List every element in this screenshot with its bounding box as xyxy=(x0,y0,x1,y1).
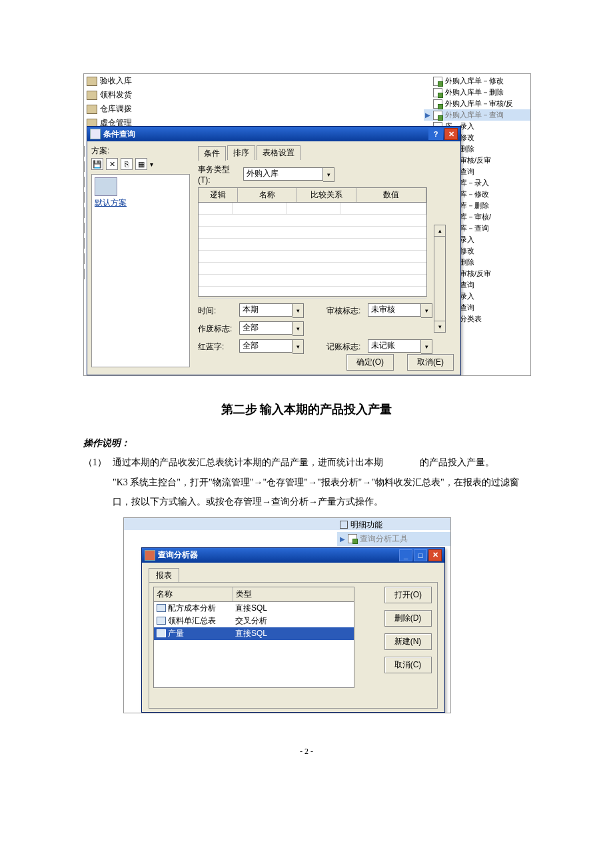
time-label: 时间: xyxy=(198,305,235,317)
right-sidebar-item[interactable]: 外购入库单－删除 xyxy=(424,87,530,98)
right-sidebar-item[interactable]: ▶外购入库单－查询 xyxy=(424,109,530,121)
grid-header: 比较关系 xyxy=(297,188,356,202)
dialog-title: 查询分析器 xyxy=(158,549,198,561)
dropdown-icon[interactable]: ▾ xyxy=(421,303,432,318)
tab-grid-settings[interactable]: 表格设置 xyxy=(257,145,301,160)
screenshot-2: 明细功能 ▶ 查询分析工具 查询分析器 _ □ ✕ 报表 xyxy=(123,517,451,713)
right-sidebar-item[interactable]: 外购入库单－修改 xyxy=(424,75,530,87)
open-button[interactable]: 打开(O) xyxy=(384,587,432,603)
minimize-button[interactable]: _ xyxy=(399,549,412,561)
query-analyzer-dialog: 查询分析器 _ □ ✕ 报表 名称 类型 配方成本分析直接SQL领料单汇总表交叉… xyxy=(141,547,445,713)
row-icon xyxy=(157,629,166,637)
time-value: 本期 xyxy=(239,303,293,317)
ok-button[interactable]: 确定(O) xyxy=(346,354,394,371)
color-combo[interactable]: 全部▾ xyxy=(239,339,304,354)
folder-icon xyxy=(87,91,97,100)
sidebar-item[interactable]: 领料发货 xyxy=(84,88,217,102)
void-label: 作废标志: xyxy=(198,323,235,335)
scheme-label: 方案: xyxy=(91,145,191,157)
post-combo[interactable]: 未记账▾ xyxy=(368,339,432,354)
help-button[interactable]: ? xyxy=(428,128,443,140)
titlebar[interactable]: 条件查询 ? ✕ xyxy=(87,127,460,141)
cancel-button[interactable]: 取消(E) xyxy=(407,354,454,371)
scheme-list[interactable]: 默认方案 xyxy=(91,174,190,367)
step-heading: 第二步 输入本期的产品投入产量 xyxy=(83,401,530,417)
feature-item[interactable]: 明细功能 xyxy=(337,518,450,532)
audit-combo[interactable]: 未审核▾ xyxy=(368,303,432,318)
default-scheme[interactable]: 默认方案 xyxy=(95,197,187,209)
close-button[interactable]: ✕ xyxy=(428,549,442,561)
cancel-button[interactable]: 取消(C) xyxy=(384,657,432,673)
sidebar-label: 领料发货 xyxy=(100,89,132,101)
box-icon xyxy=(340,521,348,529)
delete-button[interactable]: 删除(D) xyxy=(384,610,432,627)
vertical-scrollbar[interactable]: ▴ ▾ xyxy=(434,225,446,333)
dropdown-icon[interactable]: ▾ xyxy=(323,167,334,182)
biz-type-label: 事务类型(T): xyxy=(198,164,241,185)
scroll-down-icon[interactable]: ▾ xyxy=(434,321,445,332)
arrow-icon: ▶ xyxy=(340,535,345,543)
list-row[interactable]: 产量直接SQL xyxy=(154,627,354,640)
condition-grid[interactable]: 逻辑 名称 比较关系 数值 xyxy=(198,187,427,297)
row-name: 配方成本分析 xyxy=(168,603,216,614)
biz-type-value: 外购入库 xyxy=(243,167,323,181)
right-sidebar-label: 外购入库单－删除 xyxy=(445,87,504,97)
audit-value: 未审核 xyxy=(368,303,421,317)
list-row[interactable]: 领料单汇总表交叉分析 xyxy=(154,615,354,627)
right-sidebar-label: 外购入库单－审核/反 xyxy=(445,99,513,109)
doc-icon xyxy=(433,99,442,109)
dialog-title: 条件查询 xyxy=(103,129,135,140)
feature-label: 明细功能 xyxy=(350,519,382,531)
tabs: 条件 排序 表格设置 xyxy=(198,145,455,160)
dropdown-icon[interactable]: ▾ xyxy=(293,321,304,336)
arrow-icon: ▶ xyxy=(425,111,430,119)
row-name: 领料单汇总表 xyxy=(168,615,216,627)
dropdown-arrow-icon[interactable]: ▾ xyxy=(150,161,153,168)
tab-condition[interactable]: 条件 xyxy=(198,146,226,161)
dropdown-icon[interactable]: ▾ xyxy=(293,339,304,354)
grid-body[interactable] xyxy=(199,203,426,296)
row-icon xyxy=(157,617,166,625)
paragraph-text: 的产品投入产量。 xyxy=(420,457,494,467)
scroll-up-icon[interactable]: ▴ xyxy=(434,225,445,237)
biz-type-combo[interactable]: 外购入库 ▾ xyxy=(243,167,334,182)
titlebar[interactable]: 查询分析器 _ □ ✕ xyxy=(142,548,444,563)
right-feature-list: 明细功能 ▶ 查询分析工具 xyxy=(337,518,450,546)
sidebar-item[interactable]: 仓库调拨 xyxy=(84,102,217,116)
list-row[interactable]: 配方成本分析直接SQL xyxy=(154,602,354,615)
folder-icon xyxy=(87,105,97,114)
folder-icon xyxy=(87,77,97,86)
tab-sort[interactable]: 排序 xyxy=(227,145,255,160)
grid-header: 名称 xyxy=(238,188,297,202)
dropdown-icon[interactable]: ▾ xyxy=(421,339,432,354)
row-type: 直接SQL xyxy=(233,628,354,639)
void-combo[interactable]: 全部▾ xyxy=(239,321,304,336)
save-icon[interactable]: 💾 xyxy=(91,158,103,170)
audit-label: 审核标志: xyxy=(326,305,364,317)
delete-icon[interactable]: ✕ xyxy=(106,158,118,170)
feature-item-active[interactable]: ▶ 查询分析工具 xyxy=(337,532,450,546)
dropdown-icon[interactable]: ▾ xyxy=(293,303,304,318)
grid-icon[interactable]: ▦ xyxy=(135,158,147,170)
list-number: （1） xyxy=(83,453,113,472)
new-button[interactable]: 新建(N) xyxy=(384,633,432,650)
feature-label: 查询分析工具 xyxy=(360,533,408,545)
right-sidebar-item[interactable]: 外购入库单－审核/反 xyxy=(424,98,530,109)
sidebar-item[interactable]: 验收入库 xyxy=(84,74,217,88)
color-value: 全部 xyxy=(239,339,293,353)
tab-report[interactable]: 报表 xyxy=(149,568,179,583)
time-combo[interactable]: 本期▾ xyxy=(239,303,304,318)
report-list[interactable]: 名称 类型 配方成本分析直接SQL领料单汇总表交叉分析产量直接SQL xyxy=(153,587,354,688)
scheme-panel: 方案: 💾 ✕ ⎘ ▦ ▾ 默认方案 xyxy=(87,141,195,375)
list-header: 名称 xyxy=(154,587,233,601)
sidebar-label: 仓库调拨 xyxy=(100,103,132,115)
operation-heading: 操作说明： xyxy=(83,438,130,448)
row-type: 交叉分析 xyxy=(233,615,354,627)
post-label: 记账标志: xyxy=(326,341,364,353)
condition-query-dialog: 条件查询 ? ✕ 方案: 💾 ✕ ⎘ ▦ ▾ xyxy=(87,126,461,375)
row-type: 直接SQL xyxy=(233,603,354,614)
maximize-button[interactable]: □ xyxy=(414,549,427,561)
copy-icon[interactable]: ⎘ xyxy=(121,158,133,170)
left-sidebar: 验收入库 领料发货 仓库调拨 虚仓管理 xyxy=(84,74,217,130)
close-button[interactable]: ✕ xyxy=(444,128,458,140)
